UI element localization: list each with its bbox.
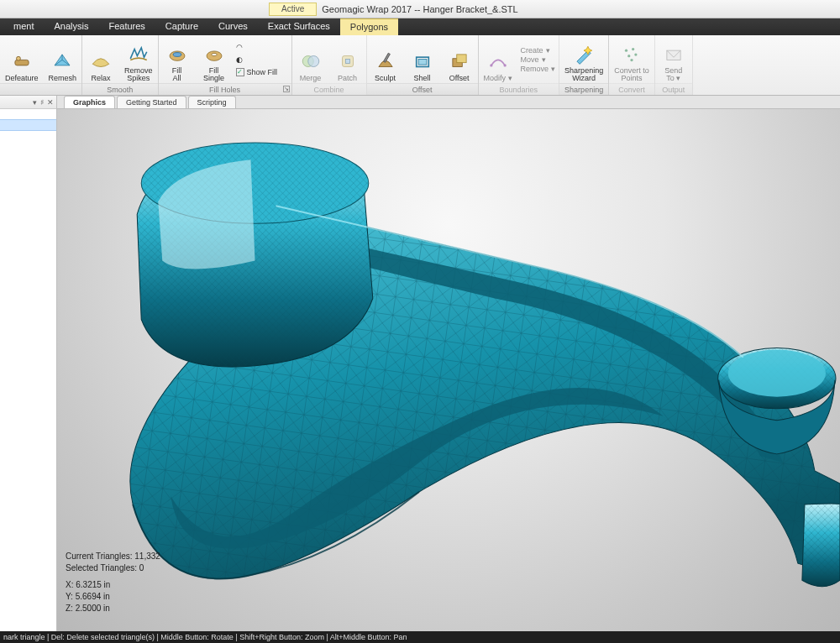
modify-button[interactable]: Modify ▾ [479, 35, 517, 83]
ribbon-group-sharpening: SharpeningWizard Sharpening [559, 35, 609, 95]
relax-button[interactable]: Relax [82, 35, 119, 83]
fill-opt-1[interactable]: ◠ [236, 43, 288, 55]
side-panel: ▾ ♯ ✕ [0, 96, 57, 631]
3d-viewport[interactable]: Current Triangles: 11,332 Selected Trian… [57, 109, 840, 631]
offset-icon [448, 50, 471, 73]
shell-icon [411, 50, 434, 73]
wizard-icon [572, 43, 596, 66]
view-tabs: Graphics Getting Started Scripting [57, 96, 840, 109]
svg-point-21 [630, 59, 633, 61]
svg-rect-14 [456, 55, 465, 63]
workspace: ▾ ♯ ✕ Graphics Getting Started Scripting [0, 96, 840, 631]
side-panel-body[interactable] [0, 109, 56, 631]
svg-point-15 [490, 64, 492, 66]
panel-close-icon[interactable]: ✕ [47, 98, 54, 107]
svg-point-16 [503, 64, 506, 66]
group-combine-label: Combine [292, 83, 366, 95]
status-text: nark triangle | Del: Delete selected tri… [3, 633, 407, 641]
fill-single-label: FillSingle [203, 67, 224, 82]
ribbon-group-output: SendTo ▾ Output [655, 35, 693, 95]
tab-getting-started[interactable]: Getting Started [117, 96, 186, 108]
remove-spikes-label: RemoveSpikes [124, 67, 153, 82]
ribbon-group-convert: Convert toPoints Convert [609, 35, 655, 95]
remove-spikes-button[interactable]: RemoveSpikes [119, 35, 158, 83]
relax-label: Relax [92, 74, 111, 82]
convert-to-points-label: Convert toPoints [614, 67, 649, 82]
sharpening-wizard-button[interactable]: SharpeningWizard [559, 35, 608, 83]
boundary-move[interactable]: Move ▾ [521, 55, 556, 64]
remesh-button[interactable]: Remesh [44, 35, 82, 83]
side-panel-header: ▾ ♯ ✕ [0, 96, 56, 109]
fill-holes-launcher[interactable]: ↘ [283, 86, 290, 92]
sculpt-button[interactable]: Sculpt [367, 35, 404, 83]
remove-spikes-icon [127, 43, 150, 66]
merge-label: Merge [300, 74, 322, 82]
coord-y: Y: 5.6694 in [66, 591, 160, 603]
svg-point-20 [634, 53, 637, 55]
svg-rect-0 [15, 60, 29, 65]
tab-graphics[interactable]: Graphics [64, 96, 115, 108]
svg-point-18 [632, 48, 634, 50]
model-tree-row[interactable] [0, 119, 56, 131]
merge-icon [299, 50, 323, 73]
menu-bar: ment Analysis Features Capture Curves Ex… [0, 18, 840, 35]
fill-opt-2[interactable]: ◐ [236, 55, 288, 67]
menu-exact-surfaces[interactable]: Exact Surfaces [258, 18, 340, 35]
group-fill-holes-label: Fill Holes↘ [159, 83, 291, 95]
menu-curves[interactable]: Curves [208, 18, 258, 35]
fill-options: ◠ ◐ ✓Show Fill [233, 35, 291, 83]
convert-to-points-button[interactable]: Convert toPoints [609, 35, 654, 83]
defeature-label: Defeature [5, 74, 39, 82]
send-icon [662, 43, 685, 66]
panel-dropdown-icon[interactable]: ▾ [33, 98, 37, 107]
menu-polygons[interactable]: Polygons [340, 18, 398, 35]
svg-point-7 [307, 56, 318, 67]
ribbon-group-basic: Defeature Remesh [0, 35, 82, 95]
show-fill-label: Show Fill [247, 68, 278, 76]
menu-alignment[interactable]: ment [3, 18, 44, 35]
group-boundaries-label: Boundaries [479, 83, 559, 95]
menu-capture[interactable]: Capture [155, 18, 208, 35]
bridge-icon: ◠ [236, 43, 248, 55]
group-offset-label: Offset [367, 83, 478, 95]
selected-triangles: Selected Triangles: 0 [66, 562, 160, 574]
defeature-button[interactable]: Defeature [0, 35, 44, 83]
remesh-label: Remesh [49, 74, 77, 82]
ribbon-group-fill-holes: FillAll FillSingle ◠ ◐ ✓Show Fill Fill H… [159, 35, 292, 95]
offset-button[interactable]: Offset [441, 35, 478, 83]
fill-single-button[interactable]: FillSingle [196, 35, 233, 83]
sculpt-label: Sculpt [375, 74, 396, 82]
svg-rect-9 [345, 60, 349, 64]
ribbon-group-smooth: Relax RemoveSpikes Smooth [82, 35, 159, 95]
points-icon [620, 43, 643, 66]
send-to-button[interactable]: SendTo ▾ [655, 35, 692, 83]
svg-rect-12 [418, 60, 427, 65]
boundary-remove[interactable]: Remove ▾ [521, 65, 556, 73]
group-convert-label: Convert [609, 83, 654, 95]
boundary-create[interactable]: Create ▾ [521, 46, 556, 55]
sculpt-icon [374, 50, 397, 73]
boundary-options: Create ▾ Move ▾ Remove ▾ [517, 35, 559, 83]
merge-button[interactable]: Merge [292, 35, 329, 83]
remesh-icon [50, 50, 74, 73]
defeature-icon [10, 50, 34, 73]
model-render [57, 109, 840, 630]
svg-rect-22 [667, 50, 680, 60]
show-fill-check[interactable]: ✓Show Fill [236, 68, 288, 76]
svg-point-1 [16, 56, 20, 60]
window-title: Geomagic Wrap 2017 -- Hanger Bracket_&.S… [322, 4, 517, 14]
patch-button[interactable]: Patch [329, 35, 366, 83]
tab-scripting[interactable]: Scripting [188, 96, 236, 108]
fill-all-button[interactable]: FillAll [159, 35, 196, 83]
group-sharpening-label: Sharpening [559, 83, 608, 95]
ribbon-group-offset: Sculpt Shell Offset Offset [367, 35, 479, 95]
patch-label: Patch [338, 74, 357, 82]
current-triangles: Current Triangles: 11,332 [66, 551, 160, 562]
status-bar: nark triangle | Del: Delete selected tri… [0, 631, 840, 643]
menu-analysis[interactable]: Analysis [44, 18, 98, 35]
shell-button[interactable]: Shell [404, 35, 441, 83]
panel-pin-icon[interactable]: ♯ [40, 98, 44, 107]
group-output-label: Output [655, 83, 692, 95]
menu-features[interactable]: Features [98, 18, 155, 35]
fill-all-label: FillAll [172, 67, 182, 82]
